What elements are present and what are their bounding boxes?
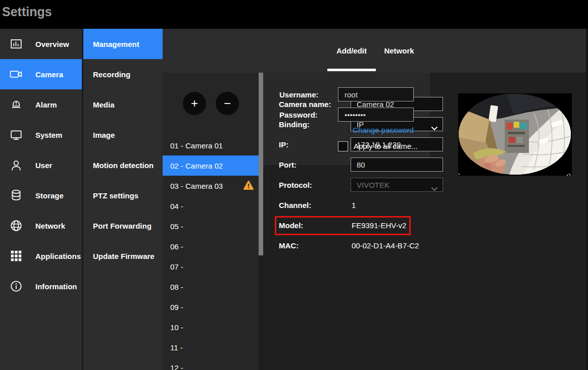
sidebar-item-label: User <box>35 161 52 170</box>
camera-list-item-07[interactable]: 07 - <box>163 256 259 277</box>
camera-list-item-10[interactable]: 10 - <box>163 317 259 337</box>
camera-list-item-06[interactable]: 06 - <box>163 236 259 256</box>
camera-list-item-03[interactable]: 03 - Camera 03 <box>163 176 259 196</box>
submenu-item-ptz-settings[interactable]: PTZ settings <box>83 180 163 210</box>
bar-chart-icon <box>10 37 23 50</box>
remove-camera-button[interactable]: − <box>216 92 239 115</box>
camera-list-item-11[interactable]: 11 - <box>163 337 259 357</box>
password-input[interactable] <box>338 108 414 122</box>
add-camera-button[interactable]: + <box>183 92 206 115</box>
port-input[interactable] <box>351 157 443 172</box>
camera-list-item-02[interactable]: 02 - Camera 02 <box>163 155 259 176</box>
change-password-link[interactable]: Change password <box>338 126 414 134</box>
sidebar-item-overview[interactable]: Overview <box>0 29 82 59</box>
warning-icon <box>243 180 254 190</box>
camera-list-item-01[interactable]: 01 - Camera 01 <box>163 135 259 155</box>
window-edge <box>586 29 588 370</box>
user-icon <box>10 158 23 172</box>
camera-list-scrollbar[interactable] <box>259 73 263 370</box>
camera-list-item-04[interactable]: 04 - <box>163 196 259 216</box>
sidebar-item-label: System <box>35 131 62 139</box>
camera-list-item-12[interactable]: 12 - <box>163 357 259 370</box>
camera-list-item-05[interactable]: 05 - <box>163 216 259 236</box>
add-edit-panel: Camera name: Binding: IP IP: Port: Proto… <box>263 73 588 370</box>
submenu-item-motion-detection[interactable]: Motion detection <box>83 150 163 180</box>
submenu-item-recording[interactable]: Recording <box>83 59 163 89</box>
sidebar-item-label: Information <box>35 282 77 291</box>
main-sidebar: Overview Camera Alarm System User <box>0 29 82 370</box>
mac-row: MAC: <box>279 238 351 252</box>
camera-submenu: Management Recording Media Image Motion … <box>83 29 163 370</box>
camera-preview <box>458 93 572 176</box>
protocol-select: VIVOTEK <box>351 178 443 192</box>
sidebar-item-user[interactable]: User <box>0 150 82 180</box>
username-row: Username: <box>279 87 414 101</box>
sidebar-item-network[interactable]: Network <box>0 210 82 241</box>
submenu-item-update-firmware[interactable]: Update Firmware <box>83 241 163 271</box>
database-icon <box>10 189 23 202</box>
sidebar-item-label: Alarm <box>35 100 57 109</box>
apply-to-all-label: Apply to all came... <box>354 142 418 150</box>
sidebar-item-storage[interactable]: Storage <box>0 180 82 210</box>
scrollbar-thumb[interactable] <box>259 73 263 255</box>
camera-preview-image <box>458 93 572 176</box>
page-title: Settings <box>2 5 52 19</box>
sidebar-item-label: Storage <box>35 191 64 200</box>
settings-window: Settings Overview Camera Alarm System <box>0 0 588 370</box>
sidebar-item-label: Network <box>35 222 65 230</box>
info-circle-icon <box>10 280 23 293</box>
sidebar-item-information[interactable]: Information <box>0 271 82 301</box>
tab-bar: Add/edit Network <box>163 29 588 73</box>
chevron-down-icon <box>431 184 437 192</box>
tab-network[interactable]: Network <box>380 29 418 73</box>
alarm-beacon-icon <box>10 98 23 111</box>
sidebar-item-camera[interactable]: Camera <box>0 59 82 89</box>
protocol-row: Protocol: VIVOTEK <box>279 178 443 192</box>
username-input[interactable] <box>338 87 414 101</box>
apply-to-all-checkbox[interactable] <box>338 141 348 151</box>
sidebar-item-alarm[interactable]: Alarm <box>0 89 82 120</box>
sidebar-item-label: Overview <box>35 40 69 48</box>
active-tab-underline <box>327 69 376 71</box>
corner-dot <box>459 174 460 175</box>
mac-value: 00-02-D1-A4-B7-C2 <box>352 238 419 252</box>
title-bar: Settings <box>0 0 588 29</box>
sidebar-item-label: Camera <box>35 70 63 79</box>
submenu-item-media[interactable]: Media <box>83 89 163 120</box>
submenu-item-management[interactable]: Management <box>83 29 163 59</box>
channel-value: 1 <box>352 198 356 212</box>
port-row: Port: <box>279 157 443 172</box>
sidebar-item-applications[interactable]: Applications <box>0 241 82 271</box>
camera-list-item-08[interactable]: 08 - <box>163 277 259 297</box>
model-highlight-box <box>275 216 411 235</box>
sidebar-item-label: Applications <box>35 252 81 260</box>
submenu-item-image[interactable]: Image <box>83 120 163 150</box>
channel-row: Channel: <box>279 198 351 212</box>
submenu-item-port-forwarding[interactable]: Port Forwarding <box>83 210 163 241</box>
video-camera-icon <box>10 68 23 81</box>
tab-add-edit[interactable]: Add/edit <box>327 29 376 73</box>
grid-dots-icon <box>10 249 23 262</box>
globe-icon <box>10 219 23 232</box>
camera-list-item-09[interactable]: 09 - <box>163 297 259 317</box>
apply-to-all-row: Apply to all came... <box>338 141 418 151</box>
camera-list-panel: + − 01 - Camera 01 02 - Camera 02 03 - C… <box>163 73 259 370</box>
password-row: Password: <box>279 108 414 122</box>
monitor-icon <box>10 128 23 141</box>
resize-handle-dots <box>569 174 570 175</box>
chevron-down-icon <box>431 123 437 132</box>
sidebar-item-system[interactable]: System <box>0 120 82 150</box>
